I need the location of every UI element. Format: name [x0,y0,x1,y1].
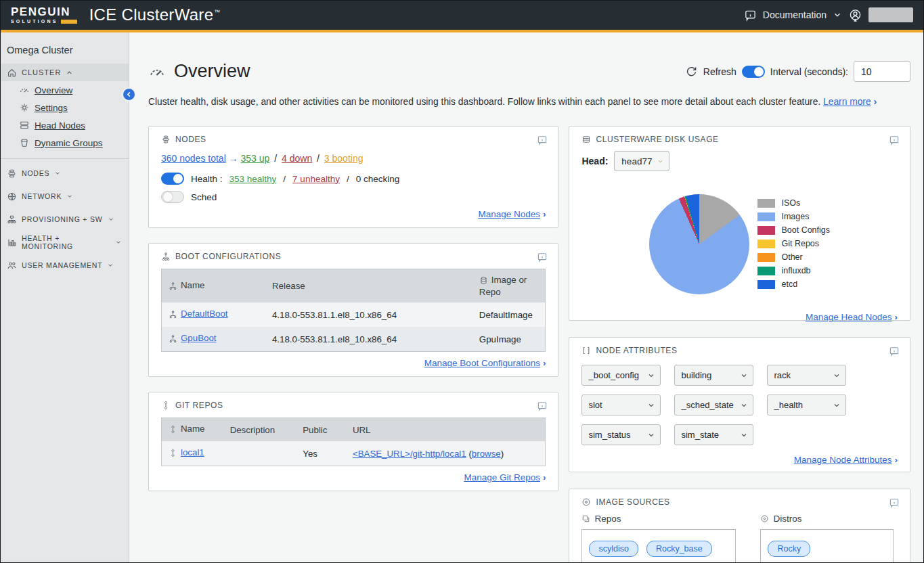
doc-help-icon[interactable] [889,135,900,148]
sidebar-group-provisioning-sw[interactable]: PROVISIONING + SW [0,210,129,228]
manage-git-repos-link[interactable]: Manage Git Repos [464,472,540,482]
interval-input[interactable] [854,61,910,82]
column-header: Name [181,280,204,290]
attribute-value: slot [588,400,602,410]
doc-help-icon[interactable] [889,497,900,511]
sidebar-item-label: Settings [35,103,68,113]
sidebar-item-label: Dynamic Groups [35,138,103,148]
sched-toggle[interactable] [161,191,184,203]
health-toggle[interactable] [161,173,184,185]
doc-help-icon[interactable] [889,346,900,359]
disk-usage-panel: CLUSTERWARE DISK USAGE Head: head77 ISOs… [569,126,910,321]
attribute-select-rack[interactable]: rack [767,365,846,386]
legend-item: Git Repos [757,239,830,248]
manage-node-attributes-link[interactable]: Manage Node Attributes [794,455,892,465]
home-icon [7,68,17,78]
chevron-right-icon: › [895,455,898,465]
repo-url-link[interactable]: <BASE_URL>/git-http/local1 [353,449,466,459]
distro-pill[interactable]: Rocky [768,541,810,557]
chevron-up-icon [66,69,73,76]
attribute-select-sim_state[interactable]: sim_state [674,424,753,445]
attribute-select-slot[interactable]: slot [581,395,661,415]
manage-nodes-link[interactable]: Manage Nodes [478,209,540,219]
boot-config-icon [169,334,177,343]
sidebar-group-network[interactable]: NETWORK [0,187,129,205]
chevron-down-icon [66,193,73,200]
doc-help-icon[interactable] [537,135,548,148]
refresh-toggle[interactable] [742,66,765,78]
head-node-select[interactable]: head77 [614,151,669,171]
repo-browse-link[interactable]: browse [472,449,501,459]
sidebar-item-label: Head Nodes [35,120,85,131]
git-branch-icon [169,425,177,434]
attribute-select-health[interactable]: _health [767,395,846,415]
doc-help-icon[interactable] [537,252,548,265]
sidebar: Omega Cluster CLUSTER OverviewSettingsHe… [0,32,129,563]
sidebar-section-cluster[interactable]: CLUSTER [0,64,129,81]
separator: / [347,174,349,184]
attribute-value: sim_state [681,430,719,440]
repo-pill[interactable]: scyldiso [589,541,638,557]
attribute-value: rack [774,370,791,380]
top-bar: PENGUIN SOLUTIONS ICE ClusterWare™ Docum… [0,0,924,30]
column-header: Release [265,269,472,302]
sidebar-collapse-button[interactable] [122,87,136,102]
repos-box: scyldisoRocky_base [581,529,736,563]
sidebar-group-health-monitoring[interactable]: HEALTH + MONITORING [0,233,129,251]
brand-sub: SOLUTIONS [11,19,58,24]
manage-head-nodes-link[interactable]: Manage Head Nodes [806,312,892,322]
sidebar-group-nodes[interactable]: NODES [0,164,129,182]
release-cell: 4.18.0-553.81.1.el8_10.x86_64 [265,327,472,351]
doc-help-icon[interactable] [537,401,548,414]
nodes-panel: NODES 360 nodes total → 353 up / 4 down … [148,126,558,228]
legend-item: Boot Configs [757,225,830,235]
git-repo-link[interactable]: local1 [181,447,204,457]
nodes-up-link[interactable]: 353 up [241,153,270,164]
nodes-total-link[interactable]: 360 nodes total [161,153,226,164]
healthy-link[interactable]: 353 healthy [229,174,277,184]
legend-swatch [757,240,775,248]
brand-name: PENGUIN [11,6,77,18]
legend-label: Other [781,252,802,262]
git-repos-table: Name Description Public URL local1 Yes <… [162,418,545,466]
attribute-select-boot_config[interactable]: _boot_config [581,365,661,386]
attribute-select-sched_state[interactable]: _sched_state [674,395,753,415]
gear-icon [19,102,30,113]
user-name-redacted [868,7,913,22]
nodes-icon [7,168,17,179]
column-header: Description [223,418,296,441]
legend-item: Images [757,212,830,221]
distros-label: Distros [773,514,801,524]
sidebar-item-overview[interactable]: Overview [0,81,129,99]
arrow-right-icon: → [229,153,238,164]
unhealthy-link[interactable]: 7 unhealthy [292,174,340,184]
attribute-select-sim_status[interactable]: sim_status [581,424,661,445]
repo-pill[interactable]: Rocky_base [646,541,712,557]
nodes-booting-link[interactable]: 3 booting [324,153,364,164]
sidebar-item-dynamic-groups[interactable]: Dynamic Groups [0,134,129,152]
sidebar-group-user-management[interactable]: USER MANAGEMENT [0,256,129,274]
attribute-select-building[interactable]: building [674,365,753,386]
column-header: Name [181,424,204,434]
panel-title: NODES [175,135,206,144]
sidebar-item-head-nodes[interactable]: Head Nodes [0,116,129,134]
boot-configurations-panel: BOOT CONFIGURATIONS Name Release Image o… [148,243,558,377]
attribute-value: building [681,370,711,380]
manage-boot-configurations-link[interactable]: Manage Boot Configurations [424,358,540,368]
paren: ) [501,449,504,459]
nodes-down-link[interactable]: 4 down [282,153,312,164]
boot-config-link[interactable]: GpuBoot [181,333,217,343]
sidebar-section-label: CLUSTER [22,68,61,76]
legend-swatch [757,226,775,235]
chevron-down-icon[interactable] [833,10,842,20]
head-node-value: head77 [621,156,652,166]
sidebar-item-settings[interactable]: Settings [0,99,129,116]
user-icon[interactable] [848,8,862,22]
documentation-link[interactable]: Documentation [763,9,827,20]
gauge-icon [148,63,166,81]
learn-more-link[interactable]: Learn more [823,97,871,107]
legend-item: influxdb [757,266,830,275]
boot-config-link[interactable]: DefaultBoot [181,309,227,319]
panel-title: GIT REPOS [175,401,223,410]
git-branch-icon [161,401,171,410]
